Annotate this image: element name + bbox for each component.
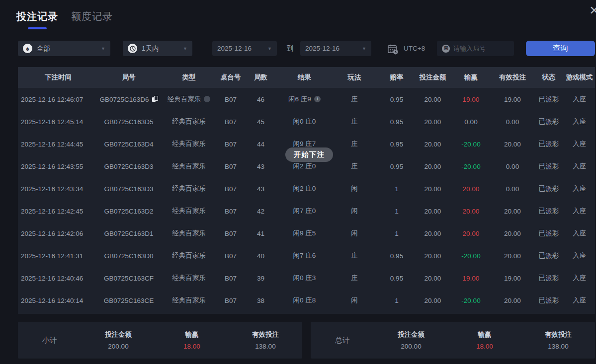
cell-win-loss: 19.00 (451, 95, 491, 103)
cell-status: 已派彩 (534, 117, 564, 126)
cell-bet-amount: 20.00 (415, 207, 451, 215)
cell-bet-amount: 20.00 (415, 229, 451, 237)
table-row: 2025-12-16 12:45:14 GB0725C163D5 经典百家乐 B… (18, 110, 595, 133)
cell-round-no: 42 (243, 207, 279, 215)
tab-bet-records[interactable]: 投注记录 (16, 10, 58, 29)
cell-bet-time: 2025-12-16 12:46:07 (18, 95, 98, 103)
cell-game-type: 经典百家乐 (159, 274, 219, 283)
header-bet-time: 下注时间 (18, 73, 98, 82)
cell-odds: 1 (379, 185, 415, 193)
header-bet-amount: 投注金额 (415, 73, 451, 82)
cell-win-loss: -20.00 (451, 252, 491, 260)
cell-table-no: B07 (219, 95, 243, 103)
tab-quota-records[interactable]: 额度记录 (71, 10, 113, 23)
cell-game-mode: 入座 (564, 207, 595, 216)
cell-bet-time: 2025-12-16 12:40:14 (18, 296, 98, 304)
total-bet-label: 投注金额 (374, 330, 448, 339)
cell-table-no: B07 (219, 229, 243, 237)
time-range-select[interactable]: 1天内 ▼ (123, 41, 192, 56)
cell-round-id: GB0725C163D3 (98, 185, 159, 193)
cell-valid-bet: 20.00 (491, 296, 534, 304)
close-icon[interactable]: × (590, 2, 596, 18)
table-row: 2025-12-16 12:42:45 GB0725C163D2 经典百家乐 B… (18, 200, 595, 222)
cell-play: 闲 (330, 207, 379, 216)
cell-round-no: 40 (243, 252, 279, 260)
cell-win-loss: -20.00 (451, 296, 491, 304)
cell-game-type: 经典百家乐 (159, 251, 219, 260)
cell-table-no: B07 (219, 274, 243, 282)
total-valid-label: 有效投注 (521, 330, 595, 339)
round-search-input[interactable] (453, 45, 509, 52)
table-row: 2025-12-16 12:43:34 GB0725C163D3 经典百家乐 B… (18, 177, 595, 200)
subtotal-panel: 小计 投注金额 200.00 输赢 18.00 有效投注 138.00 (18, 322, 302, 359)
cell-table-no: B07 (219, 207, 243, 215)
cell-play: 庄 (330, 251, 379, 260)
total-valid-bet: 有效投注 138.00 (521, 330, 595, 350)
cell-result: 闲0 庄3 (279, 274, 330, 283)
cell-game-mode: 入座 (564, 140, 595, 148)
header-game-type: 类型 (159, 73, 219, 82)
game-type-select[interactable]: ♠ 全部 ▼ (18, 41, 110, 56)
cell-round-id: GB0725C163D5 (98, 118, 159, 126)
date-from-select[interactable]: 2025-12-16 ▼ (212, 41, 277, 56)
subtotal-winloss-label: 输赢 (155, 330, 229, 339)
cell-play: 庄 (330, 274, 379, 283)
table-body: 2025-12-16 12:46:07 GB0725C163D6 经典百家乐 B… (18, 88, 595, 314)
total-valid-value: 138.00 (521, 343, 595, 350)
cell-result: 闲2 庄0 (279, 162, 330, 171)
cell-game-mode: 入座 (564, 251, 595, 260)
header-table-no: 桌台号 (219, 73, 243, 82)
cell-win-loss: -20.00 (451, 140, 491, 148)
cell-valid-bet: 0.00 (491, 185, 534, 193)
round-search-field[interactable]: 局 (437, 41, 514, 56)
cell-game-type: 经典百家乐 (159, 117, 219, 126)
cell-table-no: B07 (219, 140, 243, 148)
cell-game-mode: 入座 (564, 296, 595, 305)
subtotal-win-loss: 输赢 18.00 (155, 330, 229, 350)
cell-bet-time: 2025-12-16 12:42:06 (18, 229, 98, 237)
cell-odds: 0.95 (379, 140, 415, 148)
cell-valid-bet: 19.00 (491, 95, 534, 103)
cell-status: 已派彩 (534, 274, 564, 283)
cell-round-id: GB0725C163D1 (98, 229, 159, 237)
subtotal-bet-label: 投注金额 (82, 330, 155, 339)
cell-odds: 0.95 (379, 274, 415, 282)
timezone-label: UTC+8 (404, 41, 425, 56)
cell-status: 已派彩 (534, 162, 564, 171)
cell-odds: 0.95 (379, 162, 415, 170)
header-win-loss: 输赢 (451, 73, 491, 82)
cell-status: 已派彩 (534, 95, 564, 104)
cell-play: 闲 (330, 296, 379, 305)
date-to-select[interactable]: 2025-12-16 ▼ (300, 41, 371, 56)
query-button[interactable]: 查询 (526, 41, 595, 56)
cell-round-no: 39 (243, 274, 279, 282)
cell-status: 已派彩 (534, 140, 564, 148)
table-header-row: 下注时间 局号 类型 桌台号 局数 结果 玩法 赔率 投注金额 输赢 有效投注 … (18, 67, 595, 88)
cell-valid-bet: 19.00 (491, 274, 534, 282)
date-to-separator: 到 (287, 41, 294, 56)
cell-status: 已派彩 (534, 184, 564, 193)
cell-bet-time: 2025-12-16 12:41:31 (18, 252, 98, 260)
total-title: 总计 (311, 336, 374, 345)
time-range-value: 1天内 (142, 44, 159, 53)
table-row: 2025-12-16 12:41:31 GB0725C163D0 经典百家乐 B… (18, 244, 595, 267)
cell-odds: 0.95 (379, 118, 415, 126)
cell-status: 已派彩 (534, 229, 564, 238)
subtotal-valid-label: 有效投注 (229, 330, 302, 339)
cell-valid-bet: 20.00 (491, 252, 534, 260)
cell-game-type: 经典百家乐 (159, 140, 219, 148)
cell-game-type: 经典百家乐 (159, 95, 219, 104)
cell-bet-amount: 20.00 (415, 95, 451, 103)
cell-game-mode: 入座 (564, 184, 595, 193)
cell-bet-amount: 20.00 (415, 274, 451, 282)
chevron-down-icon: ▼ (358, 46, 366, 51)
copy-icon[interactable] (152, 96, 158, 102)
cell-game-mode: 入座 (564, 95, 595, 104)
cell-round-no: 41 (243, 229, 279, 237)
cell-result: 闲2 庄0 (279, 184, 330, 193)
info-icon[interactable]: i (314, 96, 321, 102)
cell-game-mode: 入座 (564, 117, 595, 126)
table-row: 2025-12-16 12:42:06 GB0725C163D1 经典百家乐 B… (18, 222, 595, 244)
header-result: 结果 (279, 73, 330, 82)
cell-valid-bet: 0.00 (491, 162, 534, 170)
